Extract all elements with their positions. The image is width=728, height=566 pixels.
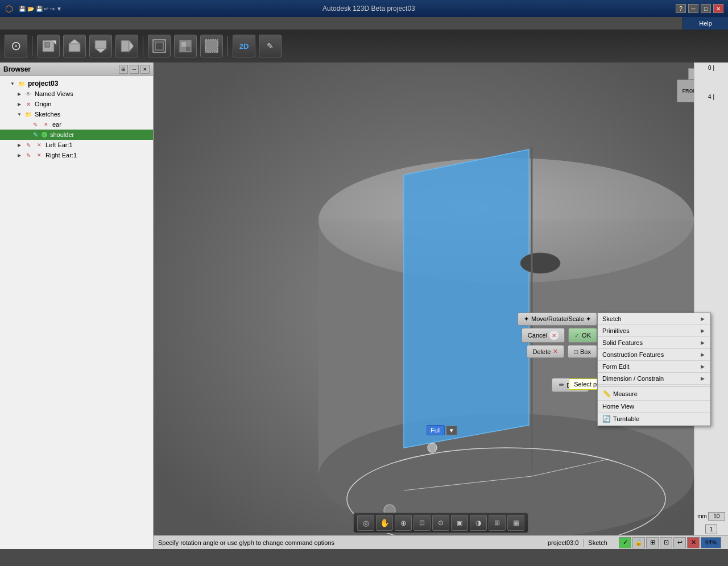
camera-btn[interactable]: ⊡ bbox=[660, 537, 672, 548]
draw-icon: ✏ bbox=[559, 381, 564, 389]
browser-grid-btn[interactable]: ⊞ bbox=[119, 65, 128, 74]
full-select-value[interactable]: Full bbox=[427, 425, 445, 435]
move-rotate-scale-button[interactable]: ✦ Move/Rotate/Scale ✦ bbox=[518, 313, 597, 326]
sketch-mode-btn[interactable]: ✎ bbox=[259, 35, 282, 57]
tree-item-shoulder[interactable]: ▶ ✎ ✓ shoulder bbox=[0, 130, 153, 140]
box-button[interactable]: □ Box bbox=[568, 345, 597, 358]
right-ear-icon: ✎ bbox=[24, 151, 33, 159]
expand-arrow: ▶ bbox=[16, 142, 23, 148]
display-options-btn[interactable]: ◑ bbox=[470, 515, 487, 531]
scene-svg bbox=[154, 63, 728, 549]
project-label: project03 bbox=[28, 80, 58, 88]
zoom-percent-btn[interactable]: 64% bbox=[701, 537, 721, 548]
sketch-2d-btn[interactable]: ▣ bbox=[451, 515, 468, 531]
ctx-form-edit-arrow: ▶ bbox=[701, 364, 705, 369]
zoom-btn[interactable]: ⊕ bbox=[395, 515, 412, 531]
maximize-button[interactable]: □ bbox=[701, 4, 711, 13]
ctx-sep-1 bbox=[598, 386, 710, 386]
confirm-row: Cancel ✕ ✓ OK bbox=[522, 328, 597, 343]
reject-btn[interactable]: ✕ bbox=[687, 537, 700, 548]
ctx-dimension-constrain[interactable]: Dimension / Constrain ▶ bbox=[598, 373, 710, 385]
minimize-button[interactable]: ─ bbox=[688, 4, 698, 13]
ctx-measure[interactable]: 📏 Measure bbox=[598, 388, 710, 401]
tree-item-sketches[interactable]: ▼ 📁 Sketches bbox=[0, 109, 153, 119]
named-views-icon: 👁 bbox=[24, 90, 33, 98]
instruction-text: Specify rotation angle or use glyph to c… bbox=[158, 539, 334, 546]
cancel-label: Cancel bbox=[528, 332, 547, 339]
front-view-btn[interactable] bbox=[37, 35, 60, 57]
ctx-solid-features[interactable]: Solid Features ▶ bbox=[598, 337, 710, 349]
browser-controls: ⊞ ─ ✕ bbox=[119, 65, 150, 74]
instruction-bar: Specify rotation angle or use glyph to c… bbox=[154, 535, 728, 549]
viewport[interactable]: Full ▼ TOP FRONT RIGHT Repeat... ✦ Move/… bbox=[154, 63, 728, 549]
box-icon: □ bbox=[574, 348, 578, 355]
shaded-btn[interactable] bbox=[174, 35, 197, 57]
ctx-solid-features-arrow: ▶ bbox=[701, 340, 705, 346]
ctx-home-view[interactable]: Home View bbox=[598, 401, 710, 413]
title-bar-left: ⬡ 💾 📂 💾 ↩ ↪ ▼ bbox=[5, 5, 62, 13]
error-icon-2: ✕ bbox=[35, 141, 44, 149]
browser-minimize-btn[interactable]: ─ bbox=[130, 65, 139, 74]
delete-button[interactable]: Delete ✕ bbox=[527, 345, 565, 358]
ctx-sketch-label: Sketch bbox=[602, 315, 622, 322]
ctx-construction-features[interactable]: Construction Features ▶ bbox=[598, 349, 710, 361]
history-btn[interactable]: ⊞ bbox=[646, 537, 659, 548]
grid-btn[interactable]: ▦ bbox=[507, 515, 524, 531]
tree-item-ear[interactable]: ▶ ✎ ✕ ear bbox=[0, 119, 153, 130]
tree-item-left-ear[interactable]: ▶ ✎ ✕ Left Ear:1 bbox=[0, 140, 153, 150]
expand-arrow: ▶ bbox=[16, 101, 23, 107]
look-at-btn[interactable]: ⊙ bbox=[432, 515, 449, 531]
2d-view-btn[interactable]: 2D bbox=[233, 35, 255, 57]
cancel-button[interactable]: Cancel ✕ bbox=[522, 328, 565, 343]
svg-rect-3 bbox=[69, 44, 80, 52]
ctx-dimension-constrain-arrow: ▶ bbox=[701, 376, 705, 381]
shaded-wireframe-btn[interactable] bbox=[200, 35, 223, 57]
confirm-check-btn[interactable]: ✓ bbox=[619, 537, 631, 548]
shoulder-label: shoulder bbox=[49, 131, 75, 138]
ctx-form-edit[interactable]: Form Edit ▶ bbox=[598, 361, 710, 373]
separator-1 bbox=[32, 36, 32, 56]
tree-item-project[interactable]: ▼ 📁 project03 bbox=[0, 78, 153, 89]
visual-style-btn[interactable]: ⊞ bbox=[489, 515, 506, 531]
tree-item-named-views[interactable]: ▶ 👁 Named Views bbox=[0, 89, 153, 99]
ctx-measure-label: Measure bbox=[613, 390, 638, 397]
undo-all-btn[interactable]: ↩ bbox=[673, 537, 686, 548]
tree-item-origin[interactable]: ▶ ✕ Origin bbox=[0, 99, 153, 109]
help-button[interactable]: ? bbox=[676, 4, 686, 13]
svg-rect-5 bbox=[95, 40, 106, 48]
sketches-label: Sketches bbox=[35, 111, 60, 118]
project-status: project03:0 bbox=[548, 539, 578, 546]
left-ear-icon: ✎ bbox=[24, 141, 33, 149]
ok-check-icon: ✓ bbox=[574, 332, 580, 339]
ctx-turntable[interactable]: 🔄 Turntable bbox=[598, 413, 710, 426]
svg-marker-6 bbox=[95, 48, 106, 53]
top-view-btn[interactable] bbox=[63, 35, 86, 57]
ctx-sketch[interactable]: Sketch ▶ bbox=[598, 313, 710, 325]
full-dropdown-arrow[interactable]: ▼ bbox=[446, 426, 457, 435]
main-toolbar: ⊙ 2D ✎ bbox=[0, 30, 728, 63]
browser-close-btn[interactable]: ✕ bbox=[140, 65, 150, 74]
mm-value[interactable]: 10 bbox=[708, 512, 725, 521]
full-dropdown[interactable]: Full ▼ bbox=[427, 425, 457, 435]
mode-status: Sketch bbox=[588, 539, 607, 546]
delete-icon: ✕ bbox=[553, 348, 558, 355]
svg-rect-1 bbox=[45, 43, 49, 47]
ok-button[interactable]: ✓ OK bbox=[568, 328, 597, 343]
pan-btn[interactable]: ✋ bbox=[376, 515, 393, 531]
right-view-btn[interactable] bbox=[115, 35, 138, 57]
help-bar[interactable]: Help bbox=[682, 17, 728, 30]
home-view-btn[interactable]: ⊙ bbox=[5, 35, 27, 57]
close-button[interactable]: ✕ bbox=[713, 4, 723, 13]
tree-item-right-ear[interactable]: ▶ ✎ ✕ Right Ear:1 bbox=[0, 150, 153, 160]
expand-arrow: ▼ bbox=[9, 80, 16, 87]
bottom-view-btn[interactable] bbox=[89, 35, 112, 57]
origin-label: Origin bbox=[35, 101, 51, 107]
lock-btn[interactable]: 🔒 bbox=[632, 537, 645, 548]
bottom-toolbar: ◎ ✋ ⊕ ⊡ ⊙ ▣ ◑ ⊞ ▦ bbox=[353, 513, 528, 533]
fit-btn[interactable]: ⊡ bbox=[413, 515, 431, 531]
orbit-btn[interactable]: ◎ bbox=[357, 515, 374, 531]
status-sep bbox=[583, 539, 584, 547]
wireframe-btn[interactable] bbox=[148, 35, 171, 57]
ctx-primitives[interactable]: Primitives ▶ bbox=[598, 325, 710, 337]
ear-sketch-icon: ✎ bbox=[31, 120, 40, 128]
